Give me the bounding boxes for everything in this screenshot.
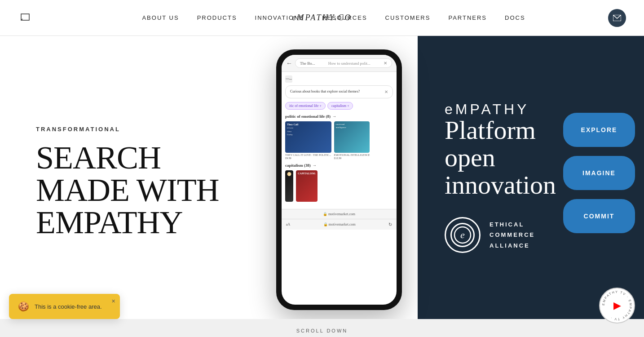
phone-book-1-caption: THEY CALL IT LOVE : THE POLITIC... xyxy=(285,154,331,157)
nav-about-us[interactable]: ABOUT US xyxy=(142,14,179,21)
phone-book-2-caption: EMOTIONAL INTELLIGENCE xyxy=(334,154,370,157)
phone-books-row-2: 🌕 CAPITALISM: xyxy=(285,170,393,202)
site-logo[interactable]: eMPATHY.CO xyxy=(292,13,352,22)
phone-book-2-price: £12.50 xyxy=(334,157,370,160)
header-right xyxy=(608,9,626,27)
phone-content: Curious about books that explore social … xyxy=(282,72,397,209)
build-title: BUILD AI SEARCH xyxy=(9,333,635,337)
phone-refresh-icon[interactable]: ↻ xyxy=(388,222,392,227)
phone-book-item-3[interactable]: 🌕 xyxy=(285,170,293,202)
hero-bottom: SCROLL DOWN BUILD AI SEARCH xyxy=(0,319,644,337)
cookie-icon: 🍪 xyxy=(18,301,29,312)
phone-book-cover-4: CAPITALISM: xyxy=(296,170,318,202)
phone-book-cover-2: emotional intelligence xyxy=(334,121,370,153)
cta-buttons: EXPLORE IMAGINE COMMIT xyxy=(563,36,644,319)
phone-search-close[interactable]: ✕ xyxy=(384,61,387,66)
nav-products[interactable]: PRODUCTS xyxy=(197,14,237,21)
phone-top-bar: ← The Bo... How to understand polit... ✕ xyxy=(282,55,397,72)
phone-lock-url: 🔒 motivemarket.com xyxy=(323,222,356,226)
youtube-play-icon: ▶ xyxy=(613,300,621,311)
svg-text:e: e xyxy=(460,229,465,240)
phone-tag-2[interactable]: capitalism + xyxy=(327,102,353,110)
commit-button[interactable]: COMMIT xyxy=(563,199,635,233)
explore-button[interactable]: EXPLORE xyxy=(563,113,635,147)
hero-left: TRANSFORMATIONAL SEARCHMADE WITHEMPATHY xyxy=(0,36,260,319)
alliance-logo-inner: e xyxy=(450,223,475,247)
phone-search-placeholder: How to understand polit... xyxy=(328,61,371,66)
phone-url-bar: 🔒 motivemarket.com xyxy=(282,209,397,219)
phone-tags: itic of emotional life + capitalism + xyxy=(285,102,393,110)
phone-search-bar[interactable]: The Bo... How to understand polit... ✕ xyxy=(295,58,392,68)
alliance-line2: COMMERCE xyxy=(490,230,535,240)
phone-url-text: 🔒 motivemarket.com xyxy=(323,212,355,216)
phone-section-2-title[interactable]: capitalism (38) → xyxy=(285,163,393,168)
phone-books-row-1: They Call it Love Alva Gorby THEY CALL I… xyxy=(285,121,393,160)
phone-search-text: The Bo... xyxy=(300,61,315,66)
phone-suggestion-text: Curious about books that explore social … xyxy=(290,89,360,94)
nav-docs[interactable]: DOCS xyxy=(505,14,525,21)
phone-back-btn[interactable]: ← xyxy=(286,60,292,67)
phone-suggestion-close[interactable]: ✕ xyxy=(384,89,388,94)
alliance-line1: ETHICAL xyxy=(490,219,535,230)
phone-book-cover-1: They Call it Love Alva Gorby xyxy=(285,121,331,153)
cookie-banner: 🍪 This is a cookie-free area. × xyxy=(9,294,120,319)
phone-book-item-1[interactable]: They Call it Love Alva Gorby THEY CALL I… xyxy=(285,121,331,160)
phone-tag-1[interactable]: itic of emotional life + xyxy=(285,102,326,110)
phone-book-cover-3: 🌕 xyxy=(285,170,293,202)
alliance-text: ETHICAL COMMERCE ALLIANCE xyxy=(490,219,535,251)
mail-icon[interactable] xyxy=(608,9,626,27)
hero-subtitle: TRANSFORMATIONAL xyxy=(36,126,234,133)
nav-partners[interactable]: PARTNERS xyxy=(448,14,487,21)
phone-font-size: aA xyxy=(286,222,290,226)
phone-bottom-bar: aA 🔒 motivemarket.com ↻ xyxy=(282,219,397,230)
phone-book-item-4[interactable]: CAPITALISM: xyxy=(296,170,318,202)
scroll-down: SCROLL DOWN xyxy=(9,328,635,333)
phone-section-1-title[interactable]: politic of emotional life (8) → xyxy=(285,114,393,119)
phone-filter-icon[interactable] xyxy=(285,75,292,83)
hero-section: TRANSFORMATIONAL SEARCHMADE WITHEMPATHY … xyxy=(0,36,644,319)
phone-suggestion: Curious about books that explore social … xyxy=(285,85,393,98)
hero-title: SEARCHMADE WITHEMPATHY xyxy=(36,142,234,239)
alliance-logo: e xyxy=(445,217,481,253)
imagine-button[interactable]: IMAGINE xyxy=(563,156,635,190)
phone-screen: ← The Bo... How to understand polit... ✕ xyxy=(282,55,397,305)
header: ABOUT US PRODUCTS INNOVATIONS RESOURCES … xyxy=(0,0,644,36)
phone-book-item-2[interactable]: emotional intelligence EMOTIONAL INTELLI… xyxy=(334,121,370,160)
phone-mockup: ← The Bo... How to understand polit... ✕ xyxy=(276,49,402,310)
cookie-text: This is a cookie-free area. xyxy=(35,303,102,310)
phone-book-1-price: £9.50 xyxy=(285,157,331,160)
phone-mockup-container: ← The Bo... How to understand polit... ✕ xyxy=(260,36,418,319)
hero-right: eMPATHY Platform open innovation e ETHIC… xyxy=(418,36,644,319)
youtube-badge-inner: EMPATHY TV · EMPATHY TV · ▶ xyxy=(600,288,634,323)
cookie-close-button[interactable]: × xyxy=(111,297,115,305)
alliance-line3: ALLIANCE xyxy=(490,240,535,251)
chat-icon[interactable] xyxy=(18,11,32,25)
youtube-badge[interactable]: EMPATHY TV · EMPATHY TV · ▶ xyxy=(599,288,635,324)
nav-customers[interactable]: CUSTOMERS xyxy=(385,14,431,21)
